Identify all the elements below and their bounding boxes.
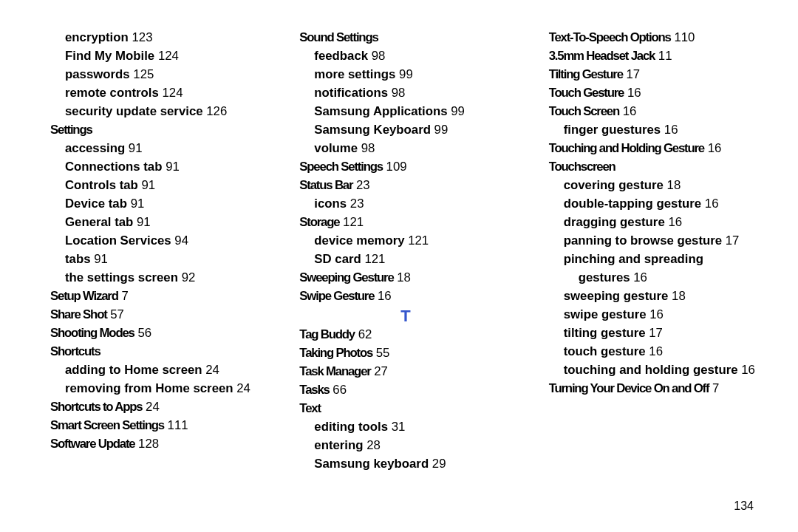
index-entry-label: Text-To-Speech Options [549, 30, 671, 44]
index-column-2: Sound Settingsfeedback 98more settings 9… [299, 28, 511, 473]
index-page: encryption 123Find My Mobile 124password… [0, 0, 798, 532]
index-entry: notifications 98 [299, 83, 511, 102]
index-entry: covering gesture 18 [549, 176, 761, 194]
index-entry: finger guestures 16 [549, 120, 761, 139]
index-entry-page: 62 [358, 327, 372, 341]
index-entry-page: 23 [350, 197, 364, 211]
index-entry-label: passwords [50, 67, 130, 81]
index-entry-label: Software Update [50, 437, 134, 451]
index-entry-page: 94 [174, 233, 188, 248]
index-entry-label: Samsung Applications [299, 104, 447, 118]
index-entry-page: 99 [434, 123, 449, 137]
index-entry: Setup Wizard 7 [50, 287, 262, 305]
index-entry: removing from Home screen 24 [50, 379, 262, 398]
index-entry: panning to browse gesture 17 [549, 231, 761, 250]
index-entry-label: covering gesture [549, 178, 664, 192]
index-entry-label: Shortcuts to Apps [50, 400, 142, 414]
index-entry-label: finger guestures [549, 123, 661, 137]
index-entry: touch gesture 16 [549, 342, 761, 361]
index-entry-page: 124 [158, 49, 179, 63]
index-entry-label: Find My Mobile [50, 49, 154, 63]
index-entry-page: 16 [668, 215, 682, 229]
index-entry: Settings [50, 120, 262, 139]
index-entry-label: Sound Settings [299, 30, 378, 44]
index-entry-page: 16 [708, 141, 722, 155]
index-entry-label: adding to Home screen [50, 363, 202, 377]
index-entry: feedback 98 [299, 47, 511, 65]
index-entry: more settings 99 [299, 65, 511, 83]
index-entry-page: 16 [627, 86, 641, 100]
index-entry: Status Bar 23 [299, 176, 511, 194]
index-entry: touching and holding gesture 16 [549, 361, 761, 379]
index-entry: sweeping gesture 18 [549, 287, 761, 305]
index-entry-page: 16 [633, 270, 647, 284]
index-entry-label: accessing [50, 141, 125, 155]
index-entry: remote controls 124 [50, 83, 262, 102]
index-entry-label: entering [299, 438, 363, 452]
index-entry-page: 17 [726, 233, 740, 248]
index-entry-label: removing from Home screen [50, 381, 233, 395]
index-entry-label: feedback [299, 49, 368, 63]
index-entry-label: double-tapping gesture [549, 197, 701, 211]
section-letter: T [299, 307, 511, 325]
index-column-1: encryption 123Find My Mobile 124password… [50, 28, 262, 473]
index-entry-label: touch gesture [549, 344, 646, 358]
index-entry-label: remote controls [50, 86, 159, 100]
index-entry-label: Location Services [50, 233, 171, 248]
index-entry: Touching and Holding Gesture 16 [549, 139, 761, 157]
index-entry-page: 11 [658, 49, 672, 63]
index-entry: entering 28 [299, 436, 511, 454]
index-entry-label: device memory [299, 233, 404, 248]
index-entry: swipe gesture 16 [549, 305, 761, 324]
index-entry-page: 16 [705, 197, 719, 211]
index-entry: Tasks 66 [299, 381, 511, 399]
index-entry: icons 23 [299, 194, 511, 213]
index-entry-page: 18 [667, 178, 681, 192]
index-entry: passwords 125 [50, 65, 262, 83]
index-entry: encryption 123 [50, 28, 262, 47]
index-columns: encryption 123Find My Mobile 124password… [50, 28, 761, 473]
index-entry-label: sweeping gesture [549, 289, 669, 303]
index-entry-page: 111 [168, 418, 188, 432]
index-entry-label: Shooting Modes [50, 326, 134, 340]
index-entry-page: 57 [110, 307, 124, 321]
index-entry: Share Shot 57 [50, 305, 262, 324]
index-entry-label: Device tab [50, 197, 127, 211]
index-entry-label: Tasks [299, 383, 329, 397]
index-entry-page: 66 [332, 383, 347, 397]
index-entry: Touch Screen 16 [549, 102, 761, 120]
index-entry: Sweeping Gesture 18 [299, 268, 511, 287]
index-entry-page: 91 [94, 252, 108, 266]
index-entry-label: touching and holding gesture [549, 363, 738, 377]
index-entry-label: Shortcuts [50, 344, 100, 358]
index-entry-label: Touch Gesture [549, 86, 624, 100]
index-entry-label: Samsung keyboard [299, 457, 429, 471]
index-entry-page: 110 [674, 30, 695, 44]
index-entry-page: 27 [374, 364, 388, 378]
index-entry: Turning Your Device On and Off 7 [549, 379, 761, 398]
index-entry-label: dragging gesture [549, 215, 665, 229]
index-entry-label: volume [299, 141, 358, 155]
index-entry-label: Sweeping Gesture [299, 270, 393, 284]
index-entry-label: Task Manager [299, 364, 370, 378]
index-entry-page: 23 [356, 178, 370, 192]
index-entry: Touch Gesture 16 [549, 83, 761, 102]
index-entry-label: tabs [50, 252, 91, 266]
index-entry-page: 24 [236, 381, 250, 395]
index-entry-label: Tilting Gesture [549, 67, 623, 81]
index-entry-page: 98 [361, 141, 375, 155]
index-entry: the settings screen 92 [50, 268, 262, 287]
index-entry-page: 56 [137, 326, 151, 340]
index-entry-label: encryption [50, 30, 129, 44]
index-entry-label: tilting gesture [549, 326, 646, 340]
index-entry-label: security update service [50, 104, 203, 118]
page-number: 134 [734, 499, 754, 513]
index-entry-page: 125 [133, 67, 154, 81]
index-entry: Find My Mobile 124 [50, 47, 262, 65]
index-entry-label: Connections tab [50, 160, 162, 174]
index-entry: Swipe Gesture 16 [299, 287, 511, 305]
index-entry-page: 31 [392, 420, 406, 434]
index-entry-page: 121 [343, 215, 364, 229]
index-entry: Connections tab 91 [50, 157, 262, 176]
index-entry-label: Turning Your Device On and Off [549, 381, 709, 395]
